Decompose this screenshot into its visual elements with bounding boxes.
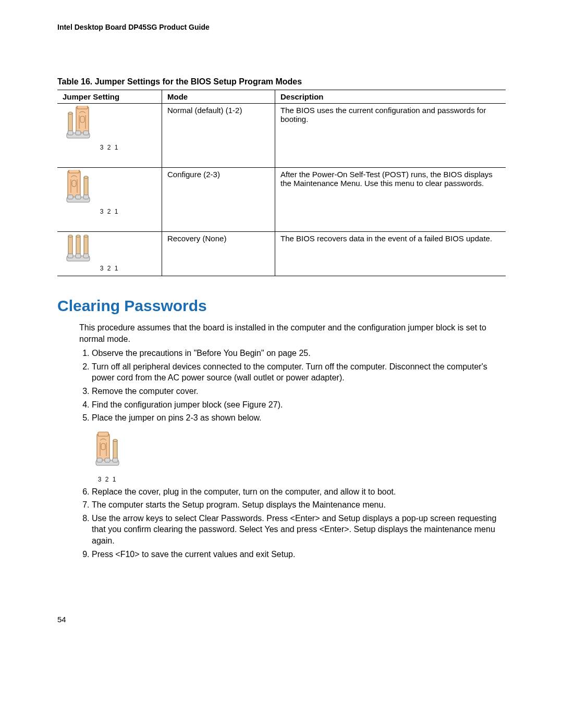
pin-caption: 3 2 1 bbox=[63, 265, 156, 272]
th-mode: Mode bbox=[162, 90, 275, 104]
inline-jumper-figure: 3 2 1 bbox=[92, 429, 506, 484]
mode-cell: Normal (default) (1-2) bbox=[162, 104, 275, 168]
list-item: Press <F10> to save the current values a… bbox=[92, 549, 506, 560]
intro-paragraph: This procedure assumes that the board is… bbox=[79, 322, 506, 344]
desc-cell: After the Power-On Self-Test (POST) runs… bbox=[275, 168, 506, 232]
list-item: Turn off all peripheral devices connecte… bbox=[92, 361, 506, 384]
pin-caption: 3 2 1 bbox=[63, 144, 156, 151]
pin-caption: 3 2 1 bbox=[63, 208, 156, 215]
table-row: 3 2 1 Recovery (None) The BIOS recovers … bbox=[57, 232, 506, 276]
th-jumper: Jumper Setting bbox=[57, 90, 162, 104]
desc-cell: The BIOS uses the current configuration … bbox=[275, 104, 506, 168]
mode-cell: Recovery (None) bbox=[162, 232, 275, 276]
section-heading: Clearing Passwords bbox=[57, 297, 506, 315]
jumper-diagram-12: 3 2 1 bbox=[57, 104, 162, 168]
jumper-settings-table: Jumper Setting Mode Description 3 2 1 No… bbox=[57, 90, 506, 276]
table-row: 3 2 1 Configure (2-3) After the Power-On… bbox=[57, 168, 506, 232]
procedure-list: Observe the precautions in "Before You B… bbox=[79, 348, 506, 560]
pin-caption: 3 2 1 bbox=[92, 475, 123, 484]
list-item: Use the arrow keys to select Clear Passw… bbox=[92, 513, 506, 547]
list-item: Remove the computer cover. bbox=[92, 386, 506, 397]
list-item: The computer starts the Setup program. S… bbox=[92, 499, 506, 511]
running-header: Intel Desktop Board DP45SG Product Guide bbox=[57, 23, 506, 31]
mode-cell: Configure (2-3) bbox=[162, 168, 275, 232]
desc-cell: The BIOS recovers data in the event of a… bbox=[275, 232, 506, 276]
table-row: 3 2 1 Normal (default) (1-2) The BIOS us… bbox=[57, 104, 506, 168]
list-item: Observe the precautions in "Before You B… bbox=[92, 348, 506, 359]
list-item: Place the jumper on pins 2-3 as shown be… bbox=[92, 412, 506, 484]
jumper-diagram-none: 3 2 1 bbox=[57, 232, 162, 276]
list-item: Find the configuration jumper block (see… bbox=[92, 399, 506, 411]
jumper-12-icon bbox=[63, 106, 94, 142]
jumper-diagram-23: 3 2 1 bbox=[57, 168, 162, 232]
table-caption: Table 16. Jumper Settings for the BIOS S… bbox=[57, 77, 506, 87]
jumper-23-icon bbox=[92, 429, 123, 473]
list-item: Replace the cover, plug in the computer,… bbox=[92, 486, 506, 498]
step-5-text: Place the jumper on pins 2-3 as shown be… bbox=[92, 413, 262, 422]
jumper-23-icon bbox=[63, 170, 94, 206]
th-desc: Description bbox=[275, 90, 506, 104]
jumper-none-icon bbox=[63, 234, 94, 263]
page-number: 54 bbox=[57, 615, 66, 624]
